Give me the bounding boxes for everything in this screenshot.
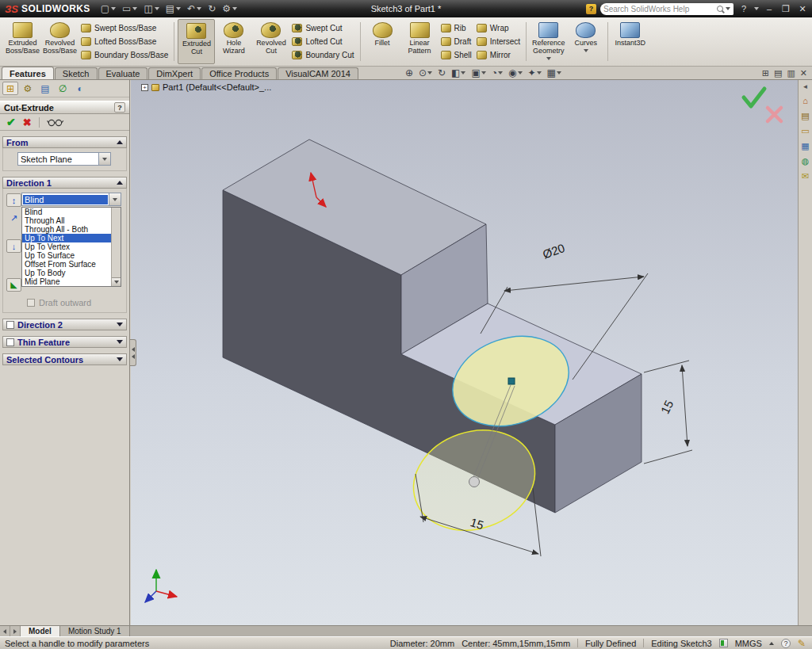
cancel-button[interactable]: ✖ [23, 117, 32, 128]
fillet-button[interactable]: Fillet [364, 19, 401, 64]
open-button[interactable]: ▭ [120, 3, 140, 14]
feature-tree-breadcrumb[interactable]: + Part1 (Default<<Default>_... [141, 82, 271, 92]
resources-icon[interactable]: ⌂ [802, 97, 808, 105]
tab-dimxpert[interactable]: DimXpert [148, 67, 201, 79]
design-library-icon[interactable]: ▤ [801, 112, 809, 120]
search-box[interactable] [600, 3, 733, 15]
save-button[interactable]: ◫ [141, 3, 161, 14]
draft-outward-checkbox[interactable] [27, 299, 35, 307]
curves-button[interactable]: Curves [567, 19, 604, 64]
option-up-to-surface[interactable]: Up To Surface [22, 251, 111, 260]
print-button[interactable]: ▤ [163, 3, 183, 14]
expand-pane-icon[interactable]: ⊞ [762, 68, 769, 78]
linear-pattern-button[interactable]: Linear Pattern [401, 19, 439, 64]
shell-button[interactable]: Shell [441, 49, 472, 61]
revolved-cut-button[interactable]: Revolved Cut [252, 19, 289, 64]
dimension-diameter-text[interactable]: Ø20 [541, 241, 566, 262]
option-blind[interactable]: Blind [22, 208, 111, 216]
swept-boss-base-button[interactable]: Swept Boss/Base [81, 22, 168, 34]
option-up-to-next[interactable]: Up To Next [22, 234, 111, 242]
propertymanager-tab[interactable]: ⚙ [20, 82, 36, 95]
close-pane-icon[interactable]: ✕ [800, 68, 807, 78]
search-icon[interactable] [717, 6, 723, 12]
tab-scroll-right-button[interactable] [10, 626, 21, 636]
selected-contours-group-header[interactable]: Selected Contours [2, 353, 127, 365]
option-offset-from-surface[interactable]: Offset From Surface [22, 260, 111, 269]
status-units[interactable]: MMGS [735, 639, 762, 648]
panel-splitter[interactable] [130, 339, 136, 366]
reverse-direction-button[interactable]: ↕ [6, 193, 21, 207]
direction1-group-header[interactable]: Direction 1 [2, 177, 127, 189]
edit-appearance-button[interactable]: ✦ [528, 68, 542, 78]
confirm-cancel-button[interactable] [768, 108, 781, 121]
split-pane-icon[interactable]: ▤ [774, 68, 782, 78]
featuremanager-tree-tab[interactable]: ⊞ [2, 82, 18, 95]
instant3d-button[interactable]: Instant3D [611, 19, 649, 64]
rebuild-button[interactable]: ↻ [205, 3, 218, 14]
swept-cut-button[interactable]: Swept Cut [292, 22, 354, 34]
tab-features[interactable]: Features [2, 67, 54, 79]
tab-model[interactable]: Model [21, 626, 60, 636]
from-plane-select[interactable]: Sketch Plane [17, 152, 111, 166]
display-style-button[interactable]: ◔ [492, 68, 503, 78]
undo-button[interactable]: ↶ [185, 3, 204, 14]
draft-button[interactable]: Draft [441, 36, 472, 48]
mirror-button[interactable]: Mirror [477, 49, 520, 61]
restore-button[interactable]: ❒ [779, 4, 792, 14]
lofted-boss-base-button[interactable]: Lofted Boss/Base [81, 36, 168, 48]
dimension-height[interactable]: 15 [644, 361, 692, 464]
tab-evaluate[interactable]: Evaluate [98, 67, 148, 79]
file-explorer-icon[interactable]: ▭ [801, 127, 809, 136]
tab-sketch[interactable]: Sketch [55, 67, 98, 79]
scroll-down-button[interactable] [112, 277, 121, 286]
hide-show-items-button[interactable]: ◉ [508, 68, 522, 78]
reference-geometry-button[interactable]: Reference Geometry [530, 19, 567, 64]
appearances-icon[interactable]: ◍ [802, 157, 810, 166]
dimension-height-text[interactable]: 15 [658, 398, 676, 415]
ok-button[interactable]: ✔ [6, 116, 16, 128]
zoom-area-button[interactable]: ⊙ [419, 68, 432, 78]
hole-wizard-button[interactable]: Hole Wizard [215, 19, 252, 64]
intersect-button[interactable]: Intersect [477, 36, 520, 48]
rib-button[interactable]: Rib [441, 22, 472, 34]
dimxpertmanager-tab[interactable]: ∅ [55, 82, 71, 95]
lofted-cut-button[interactable]: Lofted Cut [292, 36, 354, 48]
boundary-cut-button[interactable]: Boundary Cut [292, 49, 354, 61]
expand-icon[interactable]: + [141, 84, 148, 91]
minimize-button[interactable]: – [763, 4, 776, 13]
help-status-icon[interactable]: ? [781, 639, 791, 648]
configurationmanager-tab[interactable]: ▤ [37, 82, 53, 95]
view-orientation-button[interactable]: ▣ [471, 68, 485, 78]
help-icon[interactable]: ? [114, 102, 125, 113]
wrap-button[interactable]: Wrap [477, 22, 520, 34]
draft-toggle-icon[interactable]: ◣ [6, 278, 21, 292]
option-up-to-body[interactable]: Up To Body [22, 269, 111, 277]
option-mid-plane[interactable]: Mid Plane [22, 277, 111, 286]
option-through-all-both[interactable]: Through All - Both [22, 225, 111, 234]
direction2-checkbox[interactable] [6, 321, 14, 329]
option-up-to-vertex[interactable]: Up To Vertex [22, 242, 111, 251]
extruded-boss-base-button[interactable]: Extruded Boss/Base [4, 19, 41, 64]
revolved-boss-base-button[interactable]: Revolved Boss/Base [41, 19, 79, 64]
dropdown-scrollbar[interactable] [111, 208, 121, 286]
options-button[interactable]: ⚙ [220, 3, 239, 14]
forum-icon[interactable]: ✉ [802, 172, 809, 181]
section-view-button[interactable]: ◧ [451, 68, 465, 78]
thin-feature-checkbox[interactable] [6, 338, 14, 346]
edit-pencil-icon[interactable]: ✎ [798, 639, 806, 648]
apply-scene-button[interactable]: ▦ [547, 68, 561, 78]
thin-feature-group-header[interactable]: Thin Feature [2, 336, 127, 348]
tab-visualcam[interactable]: VisualCAM 2014 [278, 67, 358, 79]
view-palette-icon[interactable]: ▦ [801, 142, 809, 151]
model-canvas[interactable]: Ø20 15 15 [131, 80, 798, 625]
direction2-group-header[interactable]: Direction 2 [2, 319, 127, 330]
end-condition-combo[interactable]: Blind [21, 193, 121, 206]
caret-icon[interactable] [726, 7, 730, 10]
caret-up-icon[interactable] [769, 642, 774, 645]
boundary-boss-base-button[interactable]: Boundary Boss/Base [81, 49, 168, 61]
detailed-preview-icon[interactable] [47, 117, 64, 127]
tab-motion-study[interactable]: Motion Study 1 [60, 626, 130, 636]
search-input[interactable] [603, 5, 714, 13]
handle-anchor[interactable] [508, 378, 515, 384]
graphics-area[interactable]: + Part1 (Default<<Default>_... [131, 80, 798, 625]
